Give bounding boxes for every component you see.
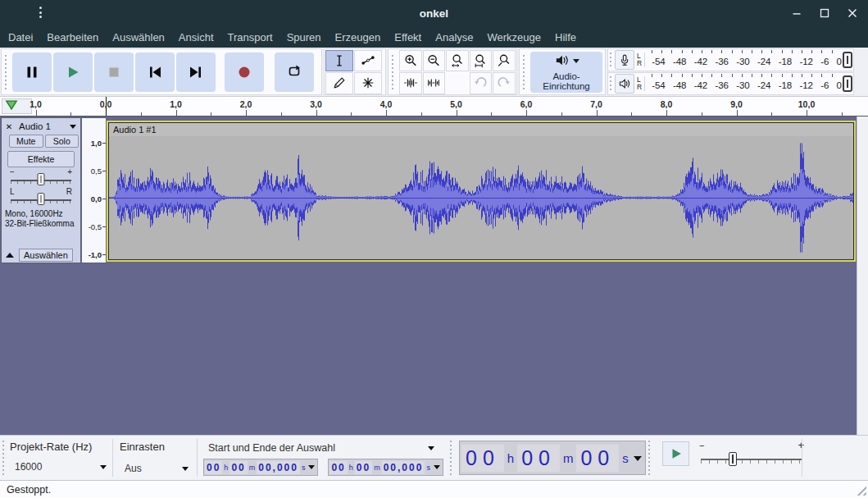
timeline-ruler[interactable]: 1,00,01,02,03,04,05,06,07,08,09,010,0 — [0, 97, 868, 117]
skip-to-start-button[interactable] — [135, 53, 175, 92]
vertical-scale-ruler[interactable]: 1,00,50,0-0,5-1,0 — [82, 117, 106, 263]
menu-item-ansicht[interactable]: Ansicht — [179, 31, 214, 43]
gain-slider-handle[interactable] — [38, 173, 45, 185]
waveform[interactable] — [109, 136, 853, 259]
envelope-tool-button[interactable] — [354, 50, 382, 72]
track-workspace[interactable]: ✕ Audio 1 Mute Solo Effekte − + — [0, 117, 868, 435]
snap-dropdown[interactable]: Aus — [125, 463, 189, 474]
meter-slider-handle[interactable] — [843, 52, 852, 68]
record-button[interactable] — [225, 53, 264, 92]
clip-header[interactable]: Audio 1 #1 — [109, 123, 853, 136]
mute-button[interactable]: Mute — [9, 135, 43, 148]
dropdown-caret-icon[interactable] — [434, 465, 440, 473]
recording-meter-scale[interactable]: -54-48-42-36-30-24-18-12-60 — [645, 49, 853, 71]
draw-tool-button[interactable] — [325, 72, 353, 94]
time-digits[interactable]: 00 — [576, 445, 619, 472]
time-digits[interactable]: 00,000 — [257, 461, 300, 474]
menu-item-transport[interactable]: Transport — [228, 31, 273, 43]
redo-button[interactable] — [493, 72, 516, 94]
zoom-out-button[interactable] — [423, 50, 446, 72]
effects-button[interactable]: Effekte — [7, 151, 75, 167]
close-button[interactable] — [843, 4, 861, 22]
microphone-icon[interactable] — [615, 50, 634, 70]
multi-tool-button[interactable] — [354, 72, 382, 94]
time-digits[interactable]: 00,000 — [382, 461, 425, 474]
project-rate-dropdown[interactable]: 16000 — [15, 461, 107, 473]
play-button[interactable] — [53, 53, 93, 92]
menu-item-hilfe[interactable]: Hilfe — [555, 31, 576, 43]
menu-item-datei[interactable]: Datei — [8, 31, 33, 43]
menu-item-effekt[interactable]: Effekt — [394, 31, 421, 43]
selection-mode-dropdown[interactable]: Start und Ende der Auswahl — [208, 442, 434, 454]
vertical-scrollbar[interactable] — [857, 117, 868, 435]
ruler-tick — [597, 110, 598, 116]
track-close-button[interactable]: ✕ — [3, 121, 15, 132]
fit-project-button[interactable] — [470, 50, 493, 72]
time-digits[interactable]: 00 — [229, 461, 247, 474]
audio-clip[interactable]: Audio 1 #1 — [107, 121, 856, 262]
time-digits[interactable]: 00 — [461, 445, 504, 472]
play-at-speed-button[interactable] — [662, 441, 689, 466]
menu-item-bearbeiten[interactable]: Bearbeiten — [47, 31, 98, 43]
app-menu-icon[interactable] — [39, 7, 42, 18]
loop-button[interactable] — [275, 53, 314, 92]
menu-item-auswählen[interactable]: Auswählen — [112, 31, 165, 43]
menu-item-analyse[interactable]: Analyse — [435, 31, 473, 43]
track-name-dropdown[interactable]: Audio 1 — [16, 120, 79, 133]
pan-slider-handle[interactable] — [38, 193, 45, 205]
time-digits[interactable]: 00 — [205, 461, 222, 474]
audio-setup-button[interactable]: Audio-Einrichtung — [530, 52, 602, 93]
stop-button[interactable] — [94, 53, 134, 92]
dropdown-caret-icon[interactable] — [308, 465, 315, 473]
audio-position-time[interactable]: 00h00m00s — [459, 441, 646, 475]
silence-selection-button[interactable] — [423, 72, 446, 94]
time-digits[interactable]: 00 — [355, 461, 372, 474]
speed-slider-handle[interactable] — [729, 452, 737, 466]
trim-outside-selection-button[interactable] — [399, 72, 422, 94]
undo-button[interactable] — [470, 72, 493, 94]
maximize-button[interactable] — [816, 4, 834, 22]
timeline-pin-button[interactable] — [2, 98, 32, 114]
toolbar-grip[interactable] — [4, 54, 8, 90]
zoom-in-button[interactable] — [399, 50, 422, 72]
edit-toolbar-spacer — [446, 72, 469, 94]
pan-slider[interactable]: L R — [3, 188, 79, 207]
toolbar-grip[interactable] — [648, 440, 652, 476]
toolbar-grip[interactable] — [522, 54, 526, 90]
ruler-tick — [281, 112, 282, 116]
menu-item-werkzeuge[interactable]: Werkzeuge — [488, 31, 542, 43]
time-digits[interactable]: 00 — [517, 445, 560, 472]
toolbar-grip[interactable] — [2, 440, 6, 476]
zoom-to-selection-button[interactable] — [446, 50, 469, 72]
amplitude-label: 0,0 — [91, 194, 102, 203]
playback-speed-slider[interactable]: − + — [699, 439, 804, 475]
collapse-track-button[interactable] — [3, 249, 16, 261]
project-rate-section: Projekt-Rate (Hz) 16000 — [10, 441, 108, 473]
dropdown-caret-icon[interactable] — [634, 456, 642, 465]
solo-button[interactable]: Solo — [45, 135, 80, 148]
speaker-icon[interactable] — [615, 74, 634, 94]
skip-to-end-button[interactable] — [176, 53, 216, 92]
minimize-button[interactable] — [788, 4, 806, 22]
toolbar-grip[interactable] — [609, 75, 613, 92]
selection-end-time[interactable]: 00h00m00,000s — [328, 459, 443, 476]
selection-start-time[interactable]: 00h00m00,000s — [203, 459, 318, 476]
time-digits[interactable]: 00 — [329, 461, 347, 474]
selection-tool-button[interactable] — [325, 50, 353, 72]
meter-slider-handle[interactable] — [843, 75, 852, 92]
playback-meter-scale[interactable]: -54-48-42-36-30-24-18-12-60 — [645, 73, 853, 94]
zoom-toggle-button[interactable] — [493, 50, 516, 72]
menu-item-spuren[interactable]: Spuren — [287, 31, 321, 43]
toolbar-grip[interactable] — [391, 54, 395, 90]
meter-scale-label: -42 — [694, 80, 708, 90]
toolbar-grip[interactable] — [609, 52, 613, 68]
menu-item-erzeugen[interactable]: Erzeugen — [335, 31, 381, 43]
pause-button[interactable] — [12, 53, 52, 92]
menu-bar: DateiBearbeitenAuswählenAnsichtTransport… — [0, 26, 868, 48]
toolbar-grip[interactable] — [449, 440, 453, 476]
playhead-cursor[interactable] — [106, 97, 107, 116]
track-select-button[interactable]: Auswählen — [19, 249, 73, 262]
gain-slider[interactable]: − + — [3, 168, 79, 187]
ruler-label: 1,0 — [30, 99, 42, 109]
amplitude-label: -1,0 — [89, 250, 102, 259]
